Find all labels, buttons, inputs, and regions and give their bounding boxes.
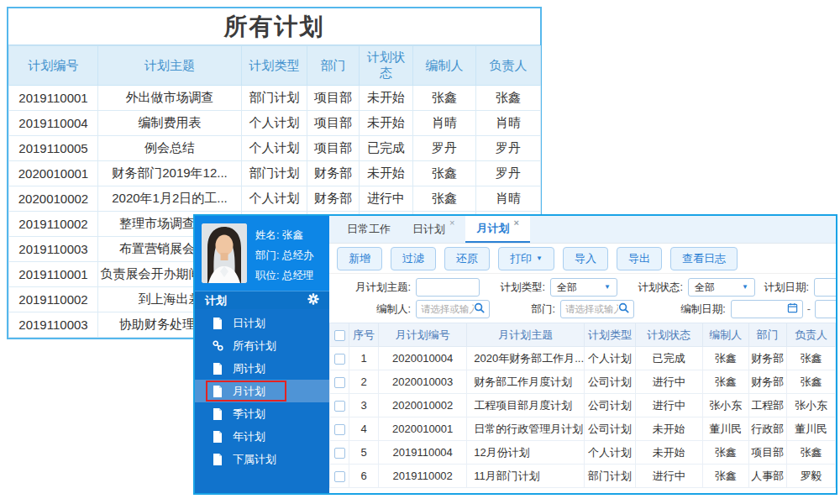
export-button[interactable]: 导出: [617, 247, 662, 270]
plan-subject-link[interactable]: 12月份计划: [467, 441, 585, 465]
print-button[interactable]: 打印 ▼: [498, 247, 554, 270]
create-date-input[interactable]: [736, 304, 787, 314]
plan-status-cell: 未开始: [360, 111, 413, 136]
row-checkbox[interactable]: [334, 401, 345, 412]
plan-row[interactable]: 2020010001 财务部门2019年12... 部门计划 财务部 未开始 张…: [9, 161, 541, 186]
close-icon[interactable]: ×: [513, 218, 518, 228]
plan-owner-link[interactable]: 张小东: [786, 394, 835, 417]
plan-subject-link[interactable]: 2020年财务部工作月...: [467, 347, 585, 370]
plan-subject-link[interactable]: 财务部工作月度计划: [467, 370, 585, 394]
creator-input[interactable]: [421, 304, 474, 314]
plan-type-cell: 个人计划: [242, 186, 307, 212]
plan-creator-link[interactable]: 张鑫: [702, 465, 748, 488]
filter-button[interactable]: 过滤: [391, 247, 436, 270]
view-log-button[interactable]: 查看日志: [670, 247, 738, 270]
sidebar-item-day-plan[interactable]: 日计划: [195, 312, 329, 334]
plan-owner-link[interactable]: 张鑫: [786, 347, 835, 370]
type-select-value: 全部: [557, 281, 577, 295]
column-header-dept: 部门: [307, 46, 360, 86]
tab-daily-work[interactable]: 日常工作: [336, 216, 402, 243]
main-content: 日常工作 日计划 × 月计划 × 新增 过滤 还原 打印 ▼: [329, 216, 836, 493]
plan-row[interactable]: 2019110001 外出做市场调查 部门计划 项目部 未开始 张鑫 张鑫: [9, 86, 541, 111]
row-checkbox[interactable]: [334, 377, 345, 388]
plan-owner-link[interactable]: 张鑫: [786, 370, 835, 394]
plan-creator-link[interactable]: 董川民: [702, 417, 748, 441]
plan-subject-cell: 编制费用表: [98, 111, 242, 136]
column-header-plan-id: 计划编号: [9, 46, 98, 86]
sidebar-item-month-plan[interactable]: 月计划: [195, 380, 329, 402]
type-select[interactable]: 全部 ▼: [550, 278, 617, 297]
column-header-creator: 编制人: [702, 323, 748, 347]
subject-input[interactable]: [416, 278, 480, 297]
sidebar-menu: 日计划 所有计划 周计划 月计划 季计划: [195, 309, 329, 493]
sidebar-item-week-plan[interactable]: 周计划: [195, 357, 329, 380]
search-icon[interactable]: [618, 302, 629, 316]
row-checkbox[interactable]: [334, 471, 345, 482]
subject-label: 月计划主题:: [339, 281, 411, 295]
calendar-icon[interactable]: [787, 302, 798, 316]
tab-label: 日常工作: [347, 222, 391, 237]
plan-owner-link[interactable]: 罗毅: [786, 465, 835, 488]
column-header-subject: 计划主题: [98, 46, 242, 86]
row-select-cell: [330, 417, 349, 441]
status-select[interactable]: 全部 ▼: [688, 278, 755, 297]
plan-creator-link[interactable]: 张鑫: [702, 347, 748, 370]
month-plan-row[interactable]: 3 2020010002 工程项目部月度计划 公司计划 进行中 张小东 工程部 …: [330, 394, 836, 417]
search-icon[interactable]: [474, 302, 485, 316]
plan-status-cell: 进行中: [635, 465, 702, 488]
reset-button[interactable]: 还原: [444, 247, 490, 270]
sidebar-item-all-plans[interactable]: 所有计划: [195, 334, 329, 357]
plan-date-input[interactable]: [814, 278, 836, 297]
plan-id-link[interactable]: 2019110002: [379, 465, 467, 488]
plan-owner-link[interactable]: 董川民: [786, 417, 835, 441]
plan-id-cell: 2019110002: [9, 212, 98, 237]
sidebar-item-year-plan[interactable]: 年计划: [195, 425, 329, 448]
plan-owner-cell: 肖晴: [476, 186, 541, 212]
add-button[interactable]: 新增: [337, 247, 382, 270]
plan-row[interactable]: 2019110004 编制费用表 个人计划 项目部 未开始 肖晴 肖晴: [9, 111, 541, 136]
month-plan-row[interactable]: 5 2019110004 12月份计划 个人计划 未开始 张鑫 项目部 张鑫: [330, 441, 836, 465]
plan-subject-link[interactable]: 日常的行政管理月计划: [467, 417, 585, 441]
close-icon[interactable]: ×: [449, 218, 454, 228]
plan-subject-link[interactable]: 工程项目部月度计划: [467, 394, 585, 417]
dept-input[interactable]: [565, 304, 618, 314]
plan-status-cell: 未开始: [635, 441, 702, 465]
month-plan-row[interactable]: 2 2020010003 财务部工作月度计划 公司计划 进行中 张鑫 财务部 张…: [330, 370, 836, 394]
plan-dept-cell: 人事部: [748, 465, 786, 488]
month-plan-row[interactable]: 6 2019110002 11月部门计划 部门计划 进行中 张鑫 人事部 罗毅: [330, 465, 836, 488]
plan-row[interactable]: 2020010002 2020年1月2日的工... 个人计划 财务部 进行中 张…: [9, 186, 541, 212]
plan-id-link[interactable]: 2020010003: [379, 370, 467, 394]
sidebar-item-subordinate-plan[interactable]: 下属计划: [195, 448, 329, 470]
plan-status-cell: 已完成: [360, 136, 413, 161]
plan-subject-link[interactable]: 11月部门计划: [467, 465, 585, 488]
month-plan-row[interactable]: 1 2020010004 2020年财务部工作月... 个人计划 已完成 张鑫 …: [330, 347, 836, 370]
gear-icon[interactable]: [307, 293, 319, 307]
sidebar-section-label: 计划: [205, 293, 227, 308]
select-all-checkbox[interactable]: [334, 330, 345, 341]
plan-id-link[interactable]: 2020010004: [379, 347, 467, 370]
plan-creator-link[interactable]: 张鑫: [702, 441, 748, 465]
row-checkbox[interactable]: [334, 354, 345, 365]
sidebar-item-label: 日计划: [233, 316, 265, 331]
avatar: [202, 223, 247, 283]
plan-id-link[interactable]: 2019110004: [379, 441, 467, 465]
plan-row[interactable]: 2019110005 例会总结 个人计划 项目部 已完成 罗丹 罗丹: [9, 136, 541, 161]
row-checkbox[interactable]: [334, 448, 345, 459]
import-button[interactable]: 导入: [563, 247, 608, 270]
plan-id-link[interactable]: 2020010002: [379, 394, 467, 417]
plan-owner-link[interactable]: 张鑫: [786, 441, 835, 465]
tab-day-plan[interactable]: 日计划 ×: [402, 216, 465, 243]
row-checkbox[interactable]: [334, 424, 345, 435]
plan-creator-link[interactable]: 张小东: [702, 394, 748, 417]
print-label: 打印: [510, 251, 532, 266]
profile-name: 姓名: 张鑫: [255, 225, 313, 245]
sidebar-item-quarter-plan[interactable]: 季计划: [195, 402, 329, 425]
row-select-cell: [330, 347, 349, 370]
plan-id-link[interactable]: 2020010001: [379, 417, 467, 441]
month-plan-row[interactable]: 4 2020010001 日常的行政管理月计划 公司计划 未开始 董川民 行政部…: [330, 417, 836, 441]
plan-creator-cell: 罗丹: [413, 136, 476, 161]
plan-dept-cell: 项目部: [307, 136, 360, 161]
tab-month-plan[interactable]: 月计划 ×: [465, 216, 529, 243]
plan-creator-link[interactable]: 张鑫: [702, 370, 748, 394]
create-date-end-input[interactable]: [815, 300, 836, 318]
